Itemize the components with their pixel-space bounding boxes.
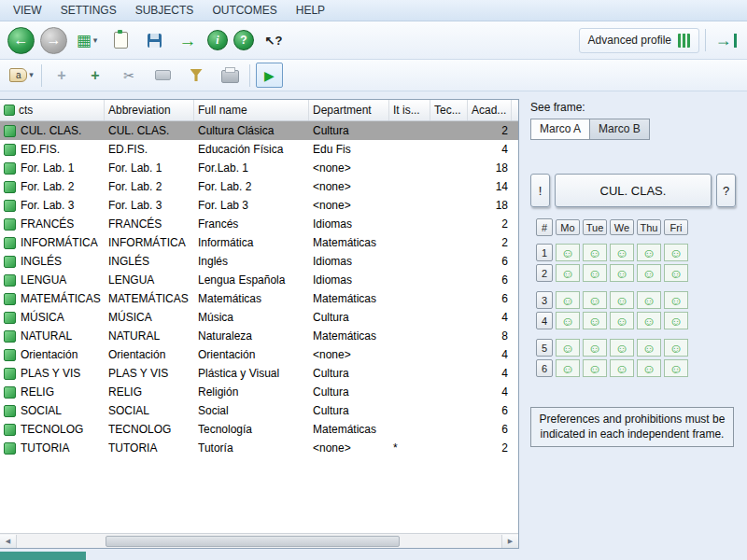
label-button[interactable]: a ▾ <box>7 63 35 89</box>
scroll-right-button[interactable]: ▶ <box>501 535 518 548</box>
day-header[interactable]: Fri <box>664 219 688 235</box>
column-header[interactable]: Department <box>309 100 389 120</box>
column-header[interactable]: Full name <box>194 100 309 120</box>
frame-help-button[interactable]: ? <box>716 174 736 207</box>
column-header[interactable]: Acad... <box>468 100 512 120</box>
export-button[interactable]: → <box>174 27 202 53</box>
column-header[interactable]: Tec... <box>430 100 468 120</box>
table-row[interactable]: SOCIALSOCIALSocialCultura6 <box>0 401 518 420</box>
preference-cell[interactable]: ☺ <box>664 339 688 357</box>
add-button[interactable]: + <box>48 63 76 89</box>
table-row[interactable]: FRANCÉSFRANCÉSFrancésIdiomas2 <box>0 215 518 233</box>
period-header[interactable]: 2 <box>536 264 553 282</box>
table-row[interactable]: ED.FIS.ED.FIS.Educación FísicaEdu Fis4 <box>0 140 518 159</box>
preference-cell[interactable]: ☺ <box>637 312 661 329</box>
day-header[interactable]: Tue <box>583 219 607 235</box>
table-row[interactable]: NATURALNATURALNaturalezaMatemáticas8 <box>0 327 518 345</box>
table-row[interactable]: CUL. CLAS.CUL. CLAS.Cultura ClásicaCultu… <box>0 121 518 140</box>
back-button[interactable]: ← <box>7 27 35 54</box>
preference-cell[interactable]: ☺ <box>610 339 634 357</box>
table-row[interactable]: TECNOLOGTECNOLOGTecnologíaMatemáticas6 <box>0 420 518 439</box>
preference-cell[interactable]: ☺ <box>664 359 688 377</box>
menu-item-help[interactable]: HELP <box>287 1 334 20</box>
preference-cell[interactable]: ☺ <box>664 244 688 261</box>
menu-item-settings[interactable]: SETTINGS <box>51 1 126 20</box>
preference-cell[interactable]: ☺ <box>556 359 580 377</box>
preference-cell[interactable]: ☺ <box>556 312 580 329</box>
table-row[interactable]: OrientaciónOrientaciónOrientación<none>4 <box>0 345 518 364</box>
frame-tab-1[interactable]: Marco A <box>530 119 590 140</box>
go-button[interactable]: → <box>712 27 740 53</box>
filter-button[interactable] <box>182 63 210 89</box>
frame-tab-2[interactable]: Marco B <box>589 119 650 140</box>
column-header[interactable]: It is... <box>389 100 430 120</box>
info-button[interactable]: i <box>207 30 228 50</box>
period-header[interactable]: 4 <box>536 312 553 329</box>
menu-item-view[interactable]: VIEW <box>4 1 51 20</box>
table-row[interactable]: INGLÉSINGLÉSInglésIdiomas6 <box>0 252 518 271</box>
table-row[interactable]: TUTORIATUTORIATutoría<none>*2 <box>0 439 518 457</box>
views-button[interactable]: ▦ ▾ <box>73 27 101 53</box>
preference-cell[interactable]: ☺ <box>610 359 634 377</box>
period-header[interactable]: 3 <box>536 291 553 309</box>
table-row[interactable]: RELIGRELIGReligiónCultura4 <box>0 383 518 401</box>
advanced-profile-button[interactable]: Advanced profile <box>579 28 699 53</box>
subject-frame-button[interactable]: CUL. CLAS. <box>555 174 712 207</box>
period-header[interactable]: 6 <box>536 359 553 377</box>
column-header[interactable]: cts <box>0 100 105 120</box>
day-header[interactable]: Thu <box>637 219 661 235</box>
period-header[interactable]: 1 <box>536 244 553 261</box>
day-header[interactable]: Mo <box>556 219 580 235</box>
day-header[interactable]: We <box>610 219 634 235</box>
forward-button[interactable]: → <box>40 27 67 54</box>
preference-cell[interactable]: ☺ <box>637 291 661 309</box>
table-row[interactable]: LENGUALENGUALengua EspañolaIdiomas6 <box>0 271 518 289</box>
scroll-left-button[interactable]: ◀ <box>0 535 17 548</box>
preference-cell[interactable]: ☺ <box>556 339 580 357</box>
preference-cell[interactable]: ☺ <box>610 264 634 282</box>
preference-cell[interactable]: ☺ <box>583 312 607 329</box>
print-button[interactable] <box>216 63 244 89</box>
paste-button[interactable] <box>106 27 134 53</box>
menu-item-subjects[interactable]: SUBJECTS <box>126 1 204 20</box>
context-help-button[interactable]: ↖? <box>260 27 288 53</box>
scrollbar-thumb[interactable] <box>106 536 400 547</box>
preference-cell[interactable]: ☺ <box>583 244 607 261</box>
table-row[interactable]: MÚSICAMÚSICAMúsicaCultura4 <box>0 308 518 327</box>
add-multiple-button[interactable]: + <box>81 63 109 89</box>
run-button[interactable]: ▶ <box>256 63 283 88</box>
save-button[interactable] <box>140 27 168 53</box>
clear-button[interactable] <box>148 63 176 89</box>
preference-cell[interactable]: ☺ <box>664 312 688 329</box>
preference-cell[interactable]: ☺ <box>637 244 661 261</box>
preference-cell[interactable]: ☺ <box>556 264 580 282</box>
table-row[interactable]: PLAS Y VISPLAS Y VISPlástica y VisualCul… <box>0 364 518 383</box>
preference-cell[interactable]: ☺ <box>637 339 661 357</box>
preference-cell[interactable]: ☺ <box>664 291 688 309</box>
table-row[interactable]: MATEMÁTICASMATEMÁTICASMatemáticasMatemát… <box>0 289 518 308</box>
preference-cell[interactable]: ☺ <box>583 264 607 282</box>
preference-cell[interactable]: ☺ <box>583 291 607 309</box>
table-row[interactable]: For. Lab. 1For. Lab. 1For.Lab. 1<none>18 <box>0 159 518 177</box>
preference-cell[interactable]: ☺ <box>583 359 607 377</box>
menu-item-outcomes[interactable]: OUTCOMES <box>203 1 286 20</box>
preference-cell[interactable]: ☺ <box>556 291 580 309</box>
horizontal-scrollbar[interactable]: ◀ ▶ <box>0 533 518 548</box>
preference-cell[interactable]: ☺ <box>610 244 634 261</box>
preference-cell[interactable]: ☺ <box>583 339 607 357</box>
preference-cell[interactable]: ☺ <box>610 291 634 309</box>
preference-cell[interactable]: ☺ <box>637 264 661 282</box>
preference-cell[interactable]: ☺ <box>637 359 661 377</box>
help-button[interactable]: ? <box>233 30 254 50</box>
preference-cell[interactable]: ☺ <box>556 244 580 261</box>
column-header[interactable]: Abbreviation <box>105 100 194 120</box>
warning-button[interactable]: ! <box>530 174 550 207</box>
cut-button[interactable]: ✂ <box>115 63 143 89</box>
table-row[interactable]: For. Lab. 3For. Lab. 3For. Lab 3<none>18 <box>0 196 518 215</box>
preference-cell[interactable]: ☺ <box>610 312 634 329</box>
table-row[interactable]: For. Lab. 2For. Lab. 2For. Lab. 2<none>1… <box>0 177 518 196</box>
scrollbar-track[interactable] <box>17 535 501 548</box>
period-header[interactable]: 5 <box>536 339 553 357</box>
table-row[interactable]: INFORMÁTICAINFORMÁTICAInformáticaMatemát… <box>0 233 518 252</box>
preference-cell[interactable]: ☺ <box>664 264 688 282</box>
